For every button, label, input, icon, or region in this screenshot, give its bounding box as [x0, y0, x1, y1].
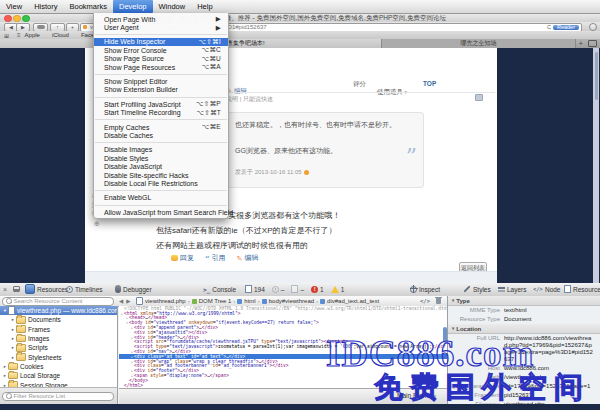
- reload-icon[interactable]: C: [547, 24, 551, 30]
- tree-item-session-storage[interactable]: ▸Session Storage: [0, 380, 117, 387]
- breadcrumb-separator: ›: [188, 298, 190, 304]
- main-frame-selector[interactable]: Main Frame ▾: [397, 392, 436, 399]
- rate-link[interactable]: 评分: [353, 80, 366, 89]
- post-options-icon[interactable]: [475, 94, 483, 101]
- page-scrollbar-thumb[interactable]: [595, 52, 598, 100]
- menu-item-disable-site-specific-hacks[interactable]: Disable Site-specific Hacks: [94, 171, 228, 179]
- panel-tab-resource[interactable]: Resource: [564, 283, 600, 295]
- tree-item-label: Cookies: [20, 363, 43, 370]
- menu-item-hide-web-inspector[interactable]: Hide Web Inspector⌥⇧⌘I: [94, 38, 228, 46]
- menubar-item-history[interactable]: History: [28, 0, 63, 13]
- toolbar-timelines-button[interactable]: Timelines: [66, 283, 103, 295]
- counter-value: 194: [254, 286, 265, 293]
- submenu-arrow-icon: ▶: [216, 24, 221, 32]
- tree-item-cookies[interactable]: ▸Cookies: [0, 362, 117, 371]
- menu-item-allow-javascript-from-smart-search-field[interactable]: Allow JavaScript from Smart Search Field: [94, 208, 228, 216]
- details-section-type[interactable]: ▾Type: [448, 296, 600, 306]
- new-tab-icon[interactable]: +: [579, 40, 583, 47]
- detail-label: Host: [448, 365, 504, 372]
- menubar-item-window[interactable]: Window: [153, 0, 192, 13]
- detail-row-full-url: Full URLhttp://www.idc886.com/viewthread…: [448, 334, 600, 364]
- reader-button[interactable]: Reader: [553, 25, 579, 31]
- menu-item-start-timeline-recording[interactable]: Start Timeline Recording⌥⇧⌘T: [94, 109, 228, 117]
- dom-tree-line[interactable]: </html>: [119, 383, 447, 388]
- menu-item-open-page-with[interactable]: Open Page With▶: [94, 15, 228, 23]
- tree-item-stylesheets[interactable]: ▸Stylesheets: [0, 352, 117, 361]
- menubar-item-help[interactable]: Help: [191, 0, 218, 13]
- menu-item-show-page-resources[interactable]: Show Page Resources⌥⌘A: [94, 63, 228, 71]
- top-sites-grid-icon[interactable]: ⊞: [4, 32, 9, 39]
- menu-item-disable-local-file-restrictions[interactable]: Disable Local File Restrictions: [94, 179, 228, 187]
- filter-resource-input[interactable]: Filter Resource List: [2, 392, 114, 401]
- panel-tab-layers[interactable]: Layers: [498, 283, 527, 295]
- panel-tab-styles[interactable]: Styles: [463, 283, 491, 295]
- downloads-button[interactable]: [589, 23, 597, 31]
- menu-item-show-error-console[interactable]: Show Error Console⌥⌘C: [94, 46, 228, 54]
- history-back-forward-icons[interactable]: ◀▶: [119, 298, 133, 304]
- tree-item-viewthread-php-www-idc886-com[interactable]: ▾viewthread.php — www.idc886.com: [0, 306, 117, 315]
- bookmark-item-icloud[interactable]: iCloud: [52, 32, 69, 38]
- menu-item-start-profiling-javascript[interactable]: Start Profiling JavaScript⌥⇧⌘P: [94, 100, 228, 108]
- dom-tree-view[interactable]: <!DOCTYPE html PUBLIC "-//W3C//DTD XHTML…: [119, 306, 447, 388]
- panel-tab-node[interactable]: </>Node: [533, 283, 560, 295]
- toolbar-label: Resources: [37, 286, 68, 293]
- menu-item-empty-caches[interactable]: Empty Caches⌥⌘E: [94, 123, 228, 131]
- tree-item-local-storage[interactable]: ▸Local Storage: [0, 371, 117, 380]
- inspect-button[interactable]: Inspect: [410, 283, 440, 295]
- show-source-icon[interactable]: </>: [420, 298, 430, 304]
- tree-item-frames[interactable]: ▸Frames: [0, 325, 117, 334]
- post-divider: [223, 92, 495, 93]
- top-link[interactable]: TOP: [423, 80, 436, 87]
- post-action-edit[interactable]: ✎编辑: [237, 253, 259, 263]
- toolbar-resources-button[interactable]: Resources: [25, 283, 68, 295]
- menu-item-label: Hide Web Inspector: [104, 38, 165, 45]
- menu-item-show-page-source[interactable]: Show Page Source⌥⌘U: [94, 55, 228, 63]
- menu-item-show-extension-builder[interactable]: Show Extension Builder: [94, 86, 228, 94]
- expand-author-icon[interactable]: ⊕: [94, 220, 100, 228]
- details-section-location[interactable]: ▾Location: [448, 324, 600, 334]
- menu-item-user-agent[interactable]: User Agent▶: [94, 23, 228, 31]
- web-inspector: × >_ Console Inspect 194––!11 ResourcesT…: [0, 283, 600, 410]
- tree-item-label: Images: [28, 335, 49, 342]
- quote-icon: “: [205, 255, 210, 261]
- counter-value: –: [300, 286, 304, 293]
- page-scrollbar[interactable]: [593, 48, 599, 283]
- menu-item-label: Disable Styles: [104, 155, 148, 162]
- edit-icon: ✎: [237, 255, 243, 262]
- bookmark-item-apple[interactable]: Apple: [25, 32, 40, 38]
- tree-item-scripts[interactable]: ▸Scripts: [0, 343, 117, 352]
- menubar-item-bookmarks[interactable]: Bookmarks: [63, 0, 113, 13]
- breadcrumb-body-viewthread[interactable]: body#viewthread: [262, 298, 314, 304]
- reading-list-icon[interactable]: ≡: [17, 32, 21, 38]
- breadcrumb-viewthread-php[interactable]: viewthread.php: [136, 297, 185, 305]
- menu-item-disable-images[interactable]: Disable Images: [94, 146, 228, 154]
- breadcrumb-div-ad-text-ad-text[interactable]: div#ad_text.ad_text: [320, 298, 379, 304]
- section-collapse-icon: ▾: [452, 298, 454, 303]
- search-resource-input[interactable]: Search Resource Content: [2, 297, 114, 306]
- menu-item-disable-caches[interactable]: Disable Caches: [94, 131, 228, 139]
- menu-item-disable-javascript[interactable]: Disable JavaScript: [94, 162, 228, 170]
- breadcrumb-html[interactable]: html: [237, 298, 255, 304]
- post-action-quote[interactable]: “引用: [205, 253, 226, 263]
- trash-icon[interactable]: [436, 298, 441, 304]
- post-action-reply[interactable]: 回复: [171, 253, 194, 263]
- dom-breadcrumb: viewthread.php›DOM Tree 1›html›body#view…: [136, 297, 414, 305]
- toolbar-label: Timelines: [75, 286, 103, 293]
- breadcrumb-dom-tree-1[interactable]: DOM Tree 1: [192, 298, 232, 304]
- inspector-dock-icon[interactable]: [13, 283, 20, 295]
- use-tools-link[interactable]: 使用道具 ▾: [377, 80, 407, 98]
- menu-item-enable-webgl[interactable]: Enable WebGL: [94, 194, 228, 202]
- menu-item-disable-styles[interactable]: Disable Styles: [94, 154, 228, 162]
- console-button[interactable]: >_ Console: [203, 283, 236, 295]
- tab-overview-icon[interactable]: [588, 40, 597, 47]
- menu-item-show-snippet-editor[interactable]: Show Snippet Editor: [94, 77, 228, 85]
- inspector-close-icon[interactable]: ×: [3, 283, 7, 295]
- toolbar-debugger-button[interactable]: Debugger: [115, 283, 152, 295]
- tree-item-label: Documents: [28, 316, 61, 323]
- tree-item-documents[interactable]: ▸Documents: [0, 315, 117, 324]
- tree-item-images[interactable]: ▸Images: [0, 334, 117, 343]
- menu-separator: [95, 142, 227, 143]
- menubar-item-develop[interactable]: Develop: [113, 0, 153, 13]
- menubar-item-view[interactable]: View: [0, 0, 28, 13]
- tab-2[interactable]: 哪先之全知场: [382, 39, 576, 48]
